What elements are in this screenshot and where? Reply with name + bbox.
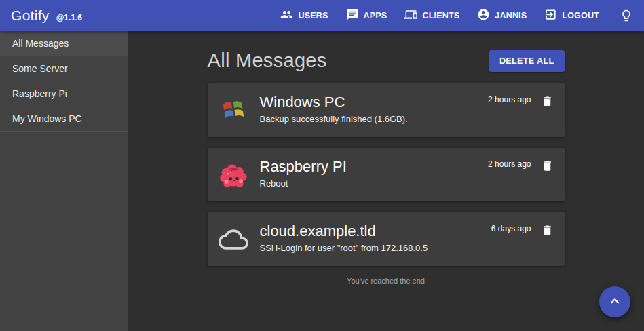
message-meta: 2 hours ago xyxy=(488,157,553,192)
message-content: Raspberry PI Reboot xyxy=(260,157,489,192)
chat-icon xyxy=(346,8,359,23)
nav-item-apps[interactable]: APPS xyxy=(346,8,387,23)
delete-message-button[interactable] xyxy=(541,159,554,172)
chevron-up-icon xyxy=(606,292,624,312)
app-version: @1.1.6 xyxy=(56,13,82,22)
nav-item-user-menu[interactable]: JANNIS xyxy=(477,8,527,23)
delete-all-button[interactable]: DELETE ALL xyxy=(489,50,565,72)
raspberry-icon xyxy=(219,160,248,190)
scroll-to-top-button[interactable] xyxy=(599,286,630,317)
content-column: All Messages DELETE ALL Windows PC Backu… xyxy=(208,31,565,285)
nav-item-logout[interactable]: LOGOUT xyxy=(544,8,599,23)
message-card: Raspberry PI Reboot 2 hours ago xyxy=(208,148,565,201)
message-timestamp: 6 days ago xyxy=(491,224,531,233)
message-body: SSH-Login for user "root" from 172.168.0… xyxy=(260,243,491,253)
logout-icon xyxy=(544,8,557,23)
sidebar-item-label: Some Server xyxy=(12,63,68,74)
windows-logo-icon xyxy=(219,96,248,125)
message-body: Backup successfully finished (1.6GB). xyxy=(260,114,489,124)
main-area: All Messages DELETE ALL Windows PC Backu… xyxy=(128,31,644,331)
nav-label: USERS xyxy=(298,11,328,20)
nav-label: JANNIS xyxy=(495,11,527,20)
sidebar-item-label: Raspberry Pi xyxy=(12,88,67,99)
theme-toggle-button[interactable] xyxy=(620,9,633,22)
sidebar-item-all-messages[interactable]: All Messages xyxy=(0,31,128,56)
users-icon xyxy=(280,8,293,23)
cloud-icon xyxy=(219,225,248,254)
page-title: All Messages xyxy=(208,50,327,72)
delete-message-button[interactable] xyxy=(541,95,554,108)
message-title: cloud.example.tld xyxy=(260,222,491,240)
message-body: Reboot xyxy=(260,178,489,189)
nav-label: APPS xyxy=(364,11,387,20)
delete-message-button[interactable] xyxy=(541,224,554,237)
lightbulb-icon xyxy=(620,14,633,24)
message-timestamp: 2 hours ago xyxy=(488,95,531,104)
brand: Gotify @1.1.6 xyxy=(11,7,82,24)
message-timestamp: 2 hours ago xyxy=(488,159,531,169)
message-card: cloud.example.tld SSH-Login for user "ro… xyxy=(208,212,565,266)
sidebar-item-label: All Messages xyxy=(12,38,69,49)
account-circle-icon xyxy=(477,8,490,23)
page-header: All Messages DELETE ALL xyxy=(208,50,565,72)
message-meta: 6 days ago xyxy=(491,222,554,256)
trash-icon xyxy=(541,164,554,174)
sidebar-item-some-server[interactable]: Some Server xyxy=(0,56,128,81)
sidebar-item-label: My Windows PC xyxy=(12,113,82,124)
nav-label: LOGOUT xyxy=(562,11,599,20)
nav-label: CLIENTS xyxy=(422,11,459,20)
trash-icon xyxy=(541,100,554,110)
devices-icon xyxy=(404,8,417,23)
message-content: Windows PC Backup successfully finished … xyxy=(260,93,489,128)
message-meta: 2 hours ago xyxy=(488,93,553,128)
sidebar-item-raspberry-pi[interactable]: Raspberry Pi xyxy=(0,81,128,106)
trash-icon xyxy=(541,229,554,239)
end-of-list-text: You've reached the end xyxy=(208,277,565,285)
message-card: Windows PC Backup successfully finished … xyxy=(208,83,565,137)
message-title: Raspberry PI xyxy=(260,158,489,176)
top-app-bar: Gotify @1.1.6 USERS APPS CLIENTS JANNIS xyxy=(0,0,644,31)
message-title: Windows PC xyxy=(260,94,489,111)
app-title: Gotify xyxy=(11,7,50,24)
top-nav: USERS APPS CLIENTS JANNIS LOGOUT xyxy=(280,8,633,23)
nav-item-users[interactable]: USERS xyxy=(280,8,328,23)
nav-item-clients[interactable]: CLIENTS xyxy=(404,8,459,23)
sidebar-item-my-windows-pc[interactable]: My Windows PC xyxy=(0,106,128,132)
message-content: cloud.example.tld SSH-Login for user "ro… xyxy=(260,222,491,256)
sidebar: All Messages Some Server Raspberry Pi My… xyxy=(0,31,128,331)
